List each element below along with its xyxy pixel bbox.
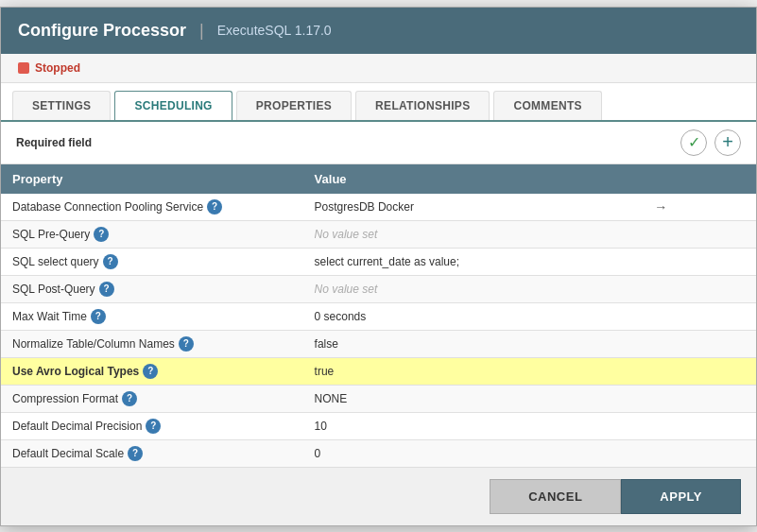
help-icon[interactable]: ? bbox=[94, 227, 109, 242]
property-name-cell: SQL select query? bbox=[1, 248, 303, 275]
properties-table: Property Value Database Connection Pooli… bbox=[1, 164, 756, 467]
arrow-icon[interactable]: → bbox=[654, 199, 667, 215]
help-icon[interactable]: ? bbox=[99, 282, 114, 297]
table-header: Property Value bbox=[1, 164, 756, 194]
property-action-cell bbox=[643, 357, 696, 385]
tab-properties[interactable]: PROPERTIES bbox=[236, 91, 352, 120]
property-value-cell[interactable]: 0 seconds bbox=[303, 302, 644, 330]
cancel-button[interactable]: CANCEL bbox=[490, 479, 621, 514]
scroll-cell bbox=[696, 357, 756, 385]
property-action-cell bbox=[643, 385, 696, 412]
table-row[interactable]: Default Decimal Precision?10 bbox=[1, 412, 756, 439]
help-icon[interactable]: ? bbox=[146, 419, 161, 434]
scroll-cell bbox=[696, 330, 756, 357]
scroll-cell bbox=[696, 412, 756, 439]
tab-comments[interactable]: COMMENTS bbox=[493, 91, 601, 120]
property-action-cell bbox=[643, 220, 696, 248]
property-value-cell[interactable]: select current_date as value; bbox=[303, 248, 644, 275]
property-name-cell: Compression Format? bbox=[1, 385, 303, 412]
table-row[interactable]: SQL Pre-Query?No value set bbox=[1, 220, 756, 248]
apply-button[interactable]: APPLY bbox=[621, 479, 741, 514]
property-name: SQL select query bbox=[12, 254, 99, 267]
tab-settings[interactable]: SETTINGS bbox=[12, 91, 111, 120]
property-name-cell: Default Decimal Precision? bbox=[1, 412, 303, 439]
property-name-cell: Database Connection Pooling Service? bbox=[1, 194, 303, 221]
header-separator: | bbox=[199, 21, 204, 41]
content-area: Required field ✓ + Property Value Databa bbox=[1, 122, 756, 467]
property-value-cell[interactable]: NONE bbox=[303, 385, 644, 412]
property-action-cell bbox=[643, 439, 696, 467]
property-value-cell[interactable]: No value set bbox=[303, 275, 644, 302]
property-action-cell bbox=[643, 248, 696, 275]
scroll-cell bbox=[696, 248, 756, 275]
help-icon[interactable]: ? bbox=[122, 391, 137, 406]
property-value-cell[interactable]: No value set bbox=[303, 220, 644, 248]
help-icon[interactable]: ? bbox=[91, 309, 106, 324]
dialog-title: Configure Processor bbox=[18, 21, 186, 41]
table-body: Database Connection Pooling Service?Post… bbox=[1, 194, 756, 467]
property-action-cell bbox=[643, 412, 696, 439]
property-value-cell[interactable]: false bbox=[303, 330, 644, 357]
property-name-cell: SQL Pre-Query? bbox=[1, 220, 303, 248]
tab-relationships[interactable]: RELATIONSHIPS bbox=[355, 91, 490, 120]
dialog-header: Configure Processor | ExecuteSQL 1.17.0 bbox=[1, 8, 756, 54]
table-row[interactable]: SQL Post-Query?No value set bbox=[1, 275, 756, 302]
column-header-action bbox=[643, 164, 696, 194]
configure-processor-dialog: Configure Processor | ExecuteSQL 1.17.0 … bbox=[0, 7, 757, 526]
table-row[interactable]: Compression Format?NONE bbox=[1, 385, 756, 412]
table-row[interactable]: SQL select query?select current_date as … bbox=[1, 248, 756, 275]
property-action-cell: → bbox=[643, 194, 696, 221]
status-indicator-icon bbox=[18, 62, 29, 74]
tabs-bar: SETTINGS SCHEDULING PROPERTIES RELATIONS… bbox=[1, 83, 756, 122]
scroll-cell bbox=[696, 439, 756, 467]
add-property-button[interactable]: + bbox=[714, 129, 741, 156]
property-name-cell: Default Decimal Scale? bbox=[1, 439, 303, 467]
scroll-cell bbox=[696, 385, 756, 412]
tab-scheduling[interactable]: SCHEDULING bbox=[114, 91, 232, 120]
help-icon[interactable]: ? bbox=[143, 364, 158, 379]
required-field-row: Required field ✓ + bbox=[1, 122, 756, 164]
column-header-property: Property bbox=[1, 164, 303, 194]
scroll-cell bbox=[696, 302, 756, 330]
dialog-footer: CANCEL APPLY bbox=[1, 467, 756, 525]
table-row[interactable]: Default Decimal Scale?0 bbox=[1, 439, 756, 467]
property-name: Database Connection Pooling Service bbox=[12, 199, 203, 213]
scroll-cell bbox=[696, 194, 756, 221]
dialog-subtitle: ExecuteSQL 1.17.0 bbox=[217, 23, 332, 38]
property-name-cell: Use Avro Logical Types? bbox=[1, 357, 303, 385]
verify-button[interactable]: ✓ bbox=[680, 129, 707, 156]
table-row[interactable]: Max Wait Time?0 seconds bbox=[1, 302, 756, 330]
status-bar: Stopped bbox=[1, 54, 756, 83]
property-value-cell[interactable]: true bbox=[303, 357, 644, 385]
property-value-cell[interactable]: 0 bbox=[303, 439, 644, 467]
required-field-label: Required field bbox=[16, 136, 92, 149]
scroll-cell bbox=[696, 275, 756, 302]
column-header-scroll bbox=[696, 164, 756, 194]
property-name-cell: Max Wait Time? bbox=[1, 302, 303, 330]
property-action-cell bbox=[643, 330, 696, 357]
property-value-cell[interactable]: 10 bbox=[303, 412, 644, 439]
property-action-cell bbox=[643, 275, 696, 302]
property-name: Normalize Table/Column Names bbox=[12, 336, 175, 350]
table-row[interactable]: Normalize Table/Column Names?false bbox=[1, 330, 756, 357]
table-row[interactable]: Database Connection Pooling Service?Post… bbox=[1, 194, 756, 221]
property-name: Compression Format bbox=[12, 391, 118, 404]
property-action-cell bbox=[643, 302, 696, 330]
property-name: Max Wait Time bbox=[12, 309, 87, 322]
property-name-cell: Normalize Table/Column Names? bbox=[1, 330, 303, 357]
required-actions: ✓ + bbox=[680, 129, 741, 156]
table-row[interactable]: Use Avro Logical Types?true bbox=[1, 357, 756, 385]
scroll-cell bbox=[696, 220, 756, 248]
help-icon[interactable]: ? bbox=[179, 336, 194, 352]
help-icon[interactable]: ? bbox=[128, 446, 143, 461]
property-value-cell[interactable]: PostgresDB Docker bbox=[303, 194, 644, 221]
property-name-cell: SQL Post-Query? bbox=[1, 275, 303, 302]
property-name: Use Avro Logical Types bbox=[12, 364, 139, 377]
help-icon[interactable]: ? bbox=[103, 254, 118, 269]
help-icon[interactable]: ? bbox=[207, 199, 222, 215]
property-name: SQL Post-Query bbox=[12, 282, 95, 295]
status-text: Stopped bbox=[35, 61, 80, 75]
property-name: Default Decimal Precision bbox=[12, 419, 142, 432]
property-name: SQL Pre-Query bbox=[12, 227, 90, 240]
properties-table-container: Property Value Database Connection Pooli… bbox=[1, 164, 756, 467]
